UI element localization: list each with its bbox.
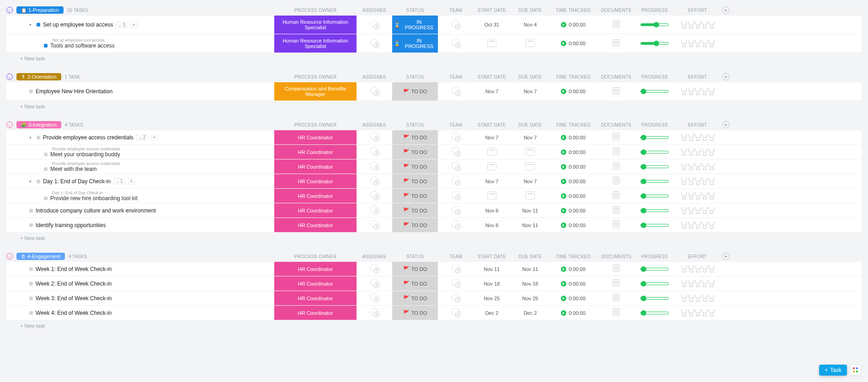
status-cell-todo[interactable]: 🚩TO DO (392, 159, 438, 174)
time-tracked-cell[interactable]: 0:00:00 (550, 164, 596, 170)
team-cell[interactable] (440, 220, 472, 230)
play-timer-icon[interactable] (561, 223, 566, 228)
process-owner-cell[interactable]: HR Coordinator (274, 306, 357, 320)
progress-cell[interactable] (636, 165, 673, 168)
team-cell[interactable] (440, 264, 472, 274)
status-cell-todo[interactable]: 🚩TO DO (392, 130, 438, 144)
process-owner-cell[interactable]: HR Coordinator (274, 203, 357, 218)
status-cell-todo[interactable]: 🚩TO DO (392, 203, 438, 218)
task-name-cell[interactable]: ▾ Day 1: End of Day Check-in ⌵1+ (16, 178, 272, 185)
process-owner-cell[interactable]: HR Coordinator (274, 276, 357, 291)
due-date-cell[interactable] (512, 191, 548, 201)
task-name-cell[interactable]: Week 3: End of Week Check-in (16, 295, 272, 302)
due-date-cell[interactable]: Nov 18 (512, 281, 548, 286)
status-cell-todo[interactable]: 🚩TO DO (392, 218, 438, 232)
time-tracked-cell[interactable]: 0:00:00 (550, 135, 596, 140)
process-owner-cell[interactable]: Human Resource Information Specialist (274, 34, 357, 53)
progress-cell[interactable] (636, 209, 673, 212)
play-timer-icon[interactable] (561, 22, 566, 27)
documents-cell[interactable] (598, 177, 634, 186)
progress-cell[interactable] (636, 90, 673, 93)
effort-cell[interactable] (675, 88, 720, 95)
process-owner-cell[interactable]: HR Coordinator (274, 218, 357, 232)
team-cell[interactable] (440, 206, 472, 215)
play-timer-icon[interactable] (561, 296, 566, 301)
process-owner-cell[interactable]: HR Coordinator (274, 130, 357, 144)
documents-cell[interactable] (598, 221, 634, 229)
status-cell-todo[interactable]: 🚩TO DO (392, 145, 438, 159)
task-name-cell[interactable]: Week 2: End of Week Check-in (16, 281, 272, 287)
process-owner-cell[interactable]: HR Coordinator (274, 159, 357, 174)
team-cell[interactable] (440, 279, 472, 288)
assignee-cell[interactable] (358, 191, 390, 201)
task-name-cell[interactable]: Identify training opportunities (16, 222, 272, 228)
new-task-link[interactable]: + New task (6, 53, 862, 61)
start-date-cell[interactable]: Nov 7 (474, 135, 510, 140)
assignee-cell[interactable] (358, 39, 390, 48)
due-date-cell[interactable]: Nov 11 (512, 208, 548, 213)
task-name-cell[interactable]: Set up employee tool access Tools and so… (16, 38, 272, 49)
progress-cell[interactable] (636, 224, 673, 227)
due-date-cell[interactable]: Nov 11 (512, 266, 548, 272)
due-date-cell[interactable]: Dec 2 (512, 310, 548, 316)
time-tracked-cell[interactable]: 0:00:00 (550, 310, 596, 316)
status-cell-inprogress[interactable]: ⌛IN PROGRESS (392, 16, 438, 34)
effort-cell[interactable] (675, 134, 720, 141)
play-timer-icon[interactable] (561, 179, 566, 184)
documents-cell[interactable] (598, 294, 634, 302)
documents-cell[interactable] (598, 162, 634, 171)
time-tracked-cell[interactable]: 0:00:00 (550, 179, 596, 184)
time-tracked-cell[interactable]: 0:00:00 (550, 193, 596, 199)
apps-grid-button[interactable] (851, 365, 861, 366)
progress-cell[interactable] (636, 136, 673, 139)
documents-cell[interactable] (598, 308, 634, 317)
documents-cell[interactable] (598, 39, 634, 48)
process-owner-cell[interactable]: Compensation and Benefits Manager (274, 82, 357, 101)
documents-cell[interactable] (598, 87, 634, 96)
documents-cell[interactable] (598, 206, 634, 215)
status-cell-inprogress[interactable]: ⌛IN PROGRESS (392, 34, 438, 53)
assignee-cell[interactable] (358, 220, 390, 230)
start-date-cell[interactable]: Nov 8 (474, 208, 510, 213)
subtask-count-badge[interactable]: ⌵2 (136, 134, 149, 140)
progress-cell[interactable] (636, 312, 673, 314)
progress-cell[interactable] (636, 180, 673, 183)
start-date-cell[interactable]: Nov 8 (474, 223, 510, 228)
play-timer-icon[interactable] (561, 149, 566, 155)
subtask-count-badge[interactable]: ⌵1 (113, 178, 126, 184)
effort-cell[interactable] (675, 192, 720, 199)
team-cell[interactable] (440, 308, 472, 318)
due-date-cell[interactable] (512, 162, 548, 171)
play-timer-icon[interactable] (561, 41, 566, 46)
expand-subtasks-icon[interactable]: ▾ (29, 135, 34, 140)
collapse-group-icon[interactable]: ⌄ (6, 7, 13, 13)
expand-subtasks-icon[interactable]: ▾ (29, 22, 34, 27)
due-date-cell[interactable]: Nov 7 (512, 135, 548, 140)
play-timer-icon[interactable] (561, 89, 566, 94)
assignee-cell[interactable] (358, 206, 390, 215)
process-owner-cell[interactable]: HR Coordinator (274, 174, 357, 188)
status-cell-todo[interactable]: 🚩TO DO (392, 82, 438, 101)
collapse-group-icon[interactable]: ⌄ (6, 74, 13, 80)
play-timer-icon[interactable] (561, 281, 566, 286)
collapse-group-icon[interactable]: ⌄ (6, 253, 13, 260)
team-cell[interactable] (440, 191, 472, 201)
group-badge[interactable]: 🧩 3-Integration (16, 121, 61, 128)
task-name-cell[interactable]: Employee New Hire Orientation (16, 88, 272, 95)
process-owner-cell[interactable]: HR Coordinator (274, 189, 357, 203)
effort-cell[interactable] (675, 21, 720, 28)
status-cell-todo[interactable]: 🚩TO DO (392, 291, 438, 305)
collapse-group-icon[interactable]: ⌄ (6, 122, 13, 128)
progress-cell[interactable] (636, 195, 673, 197)
time-tracked-cell[interactable]: 0:00:00 (550, 149, 596, 155)
documents-cell[interactable] (598, 148, 634, 156)
assignee-cell[interactable] (358, 133, 390, 142)
new-task-link[interactable]: + New task (6, 320, 862, 329)
due-date-cell[interactable] (512, 39, 548, 48)
progress-cell[interactable] (636, 268, 673, 271)
add-column-button[interactable]: + (722, 73, 730, 80)
group-badge[interactable]: 📋 1-Preparation (16, 6, 64, 14)
start-date-cell[interactable] (474, 39, 510, 48)
assignee-cell[interactable] (358, 162, 390, 171)
play-timer-icon[interactable] (561, 135, 566, 140)
